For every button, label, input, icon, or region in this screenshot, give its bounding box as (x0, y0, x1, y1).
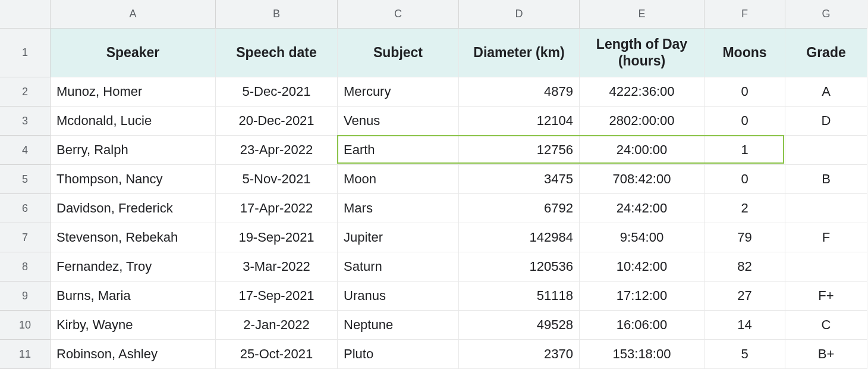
row-header-3[interactable]: 3 (0, 107, 51, 136)
cell-D3[interactable]: 12104 (459, 107, 580, 136)
cell-E6[interactable]: 24:42:00 (580, 194, 705, 223)
cell-F10[interactable]: 14 (705, 311, 785, 340)
cell-B3[interactable]: 20-Dec-2021 (216, 107, 338, 136)
cell-D4[interactable]: 12756 (459, 136, 580, 165)
cell-G11[interactable]: B+ (785, 340, 867, 369)
cell-E11[interactable]: 153:18:00 (580, 340, 705, 369)
row-header-7[interactable]: 7 (0, 223, 51, 252)
cell-A4[interactable]: Berry, Ralph (51, 136, 216, 165)
cell-E3[interactable]: 2802:00:00 (580, 107, 705, 136)
cell-A7[interactable]: Stevenson, Rebekah (51, 223, 216, 252)
cell-D10[interactable]: 49528 (459, 311, 580, 340)
cell-A6[interactable]: Davidson, Frederick (51, 194, 216, 223)
cell-F4[interactable]: 1 (705, 136, 785, 165)
cell-C9[interactable]: Uranus (338, 282, 459, 311)
cell-A11[interactable]: Robinson, Ashley (51, 340, 216, 369)
row-header-9[interactable]: 9 (0, 282, 51, 311)
row-header-6[interactable]: 6 (0, 194, 51, 223)
cell-D2[interactable]: 4879 (459, 77, 580, 107)
cell-C4[interactable]: Earth (338, 136, 459, 165)
cell-A8[interactable]: Fernandez, Troy (51, 252, 216, 282)
cell-E2[interactable]: 4222:36:00 (580, 77, 705, 107)
cell-F9[interactable]: 27 (705, 282, 785, 311)
cell-E7[interactable]: 9:54:00 (580, 223, 705, 252)
cell-F5[interactable]: 0 (705, 165, 785, 194)
cell-F6[interactable]: 2 (705, 194, 785, 223)
cell-C8[interactable]: Saturn (338, 252, 459, 282)
cell-D5[interactable]: 3475 (459, 165, 580, 194)
cell-F7[interactable]: 79 (705, 223, 785, 252)
cell-G10[interactable]: C (785, 311, 867, 340)
header-cell-G[interactable]: Grade (785, 29, 867, 77)
row-header-5[interactable]: 5 (0, 165, 51, 194)
header-cell-A[interactable]: Speaker (51, 29, 216, 77)
cell-D7[interactable]: 142984 (459, 223, 580, 252)
cell-F3[interactable]: 0 (705, 107, 785, 136)
cell-F8[interactable]: 82 (705, 252, 785, 282)
cell-G2[interactable]: A (785, 77, 867, 107)
cell-E9[interactable]: 17:12:00 (580, 282, 705, 311)
cell-G8[interactable] (785, 252, 867, 282)
header-cell-E[interactable]: Length of Day (hours) (580, 29, 705, 77)
cell-C3[interactable]: Venus (338, 107, 459, 136)
cell-A3[interactable]: Mcdonald, Lucie (51, 107, 216, 136)
cell-A2[interactable]: Munoz, Homer (51, 77, 216, 107)
cell-B9[interactable]: 17-Sep-2021 (216, 282, 338, 311)
cell-E10[interactable]: 16:06:00 (580, 311, 705, 340)
column-header-A[interactable]: A (51, 0, 216, 29)
row-header-4[interactable]: 4 (0, 136, 51, 165)
table-row: Robinson, Ashley25-Oct-2021Pluto2370153:… (51, 340, 867, 369)
cell-G3[interactable]: D (785, 107, 867, 136)
cell-A9[interactable]: Burns, Maria (51, 282, 216, 311)
column-header-C[interactable]: C (338, 0, 459, 29)
cell-G4[interactable] (785, 136, 867, 165)
cell-G5[interactable]: B (785, 165, 867, 194)
cell-G7[interactable]: F (785, 223, 867, 252)
cell-G6[interactable] (785, 194, 867, 223)
row-header-2[interactable]: 2 (0, 77, 51, 107)
cell-grid: SpeakerSpeech dateSubjectDiameter (km)Le… (51, 29, 867, 369)
cell-B8[interactable]: 3-Mar-2022 (216, 252, 338, 282)
cell-E5[interactable]: 708:42:00 (580, 165, 705, 194)
header-cell-C[interactable]: Subject (338, 29, 459, 77)
header-cell-B[interactable]: Speech date (216, 29, 338, 77)
cell-B10[interactable]: 2-Jan-2022 (216, 311, 338, 340)
cell-B6[interactable]: 17-Apr-2022 (216, 194, 338, 223)
column-header-F[interactable]: F (705, 0, 785, 29)
table-row: Burns, Maria17-Sep-2021Uranus5111817:12:… (51, 282, 867, 311)
column-header-E[interactable]: E (580, 0, 705, 29)
cell-C6[interactable]: Mars (338, 194, 459, 223)
cell-D9[interactable]: 51118 (459, 282, 580, 311)
cell-C2[interactable]: Mercury (338, 77, 459, 107)
cell-D8[interactable]: 120536 (459, 252, 580, 282)
cell-C5[interactable]: Moon (338, 165, 459, 194)
column-header-G[interactable]: G (785, 0, 867, 29)
row-header-10[interactable]: 10 (0, 311, 51, 340)
row-header-8[interactable]: 8 (0, 252, 51, 282)
cell-E8[interactable]: 10:42:00 (580, 252, 705, 282)
cell-B4[interactable]: 23-Apr-2022 (216, 136, 338, 165)
cell-D6[interactable]: 6792 (459, 194, 580, 223)
row-header-1[interactable]: 1 (0, 29, 51, 77)
cell-B7[interactable]: 19-Sep-2021 (216, 223, 338, 252)
row-header-11[interactable]: 11 (0, 340, 51, 369)
column-header-B[interactable]: B (216, 0, 338, 29)
cell-G9[interactable]: F+ (785, 282, 867, 311)
cell-A10[interactable]: Kirby, Wayne (51, 311, 216, 340)
cell-B2[interactable]: 5-Dec-2021 (216, 77, 338, 107)
column-header-D[interactable]: D (459, 0, 580, 29)
cell-E4[interactable]: 24:00:00 (580, 136, 705, 165)
cell-A5[interactable]: Thompson, Nancy (51, 165, 216, 194)
cell-B5[interactable]: 5-Nov-2021 (216, 165, 338, 194)
header-cell-F[interactable]: Moons (705, 29, 785, 77)
cell-B11[interactable]: 25-Oct-2021 (216, 340, 338, 369)
select-all-corner[interactable] (0, 0, 51, 29)
cell-C11[interactable]: Pluto (338, 340, 459, 369)
cell-D11[interactable]: 2370 (459, 340, 580, 369)
cell-F11[interactable]: 5 (705, 340, 785, 369)
cell-F2[interactable]: 0 (705, 77, 785, 107)
header-cell-D[interactable]: Diameter (km) (459, 29, 580, 77)
cell-C10[interactable]: Neptune (338, 311, 459, 340)
cell-C7[interactable]: Jupiter (338, 223, 459, 252)
table-row: Munoz, Homer5-Dec-2021Mercury48794222:36… (51, 77, 867, 107)
